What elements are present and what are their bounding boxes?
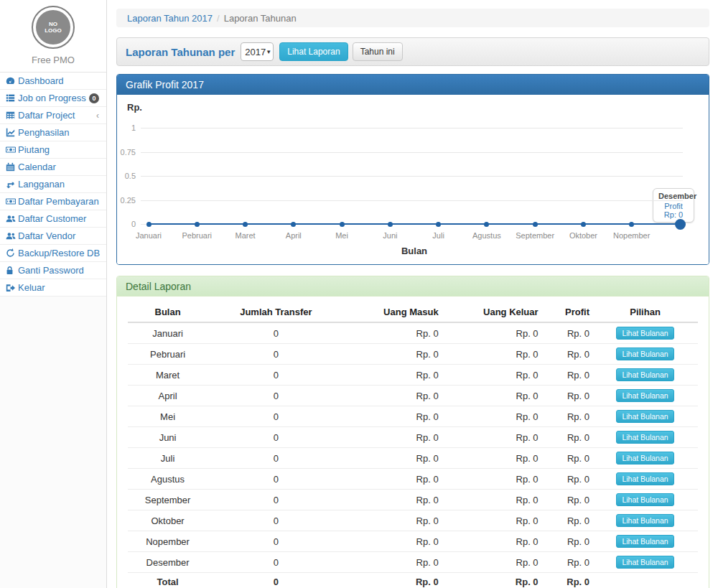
cell-bulan: April [128,386,208,406]
tooltip-title: Desember [658,192,689,200]
cell-uang-keluar: Rp. 0 [442,427,541,448]
cell-uang-masuk: Rp. 0 [345,344,442,365]
total-profit: Rp. 0 [541,573,592,588]
cell-uang-keluar: Rp. 0 [442,552,541,573]
sidebar-item-daftar-pembayaran[interactable]: Daftar Pembayaran [0,193,106,210]
data-point[interactable] [243,222,248,227]
sidebar-item-label: Daftar Project [18,110,75,121]
data-point[interactable] [195,222,200,227]
column-header-profit: Profit [541,302,592,322]
cell-pilihan: Lihat Bulanan [592,344,698,365]
tahun-ini-button[interactable]: Tahun ini [353,42,403,61]
lihat-bulanan-button[interactable]: Lihat Bulanan [616,327,673,340]
sidebar-item-ganti-password[interactable]: Ganti Password [0,262,106,279]
chart-panel-title: Grafik Profit 2017 [117,75,709,95]
sidebar-item-langganan[interactable]: Langganan [0,176,106,193]
data-point[interactable] [388,222,393,227]
sidebar-item-piutang[interactable]: Piutang [0,141,106,159]
cell-profit: Rp. 0 [541,406,592,427]
cell-pilihan: Lihat Bulanan [592,448,698,469]
lihat-bulanan-button[interactable]: Lihat Bulanan [616,389,673,402]
total-jumlah-transfer: 0 [208,573,345,588]
profit-series-line [149,223,680,225]
data-point[interactable] [291,222,296,227]
data-point[interactable] [533,222,538,227]
lihat-bulanan-button[interactable]: Lihat Bulanan [616,410,673,423]
x-tick-label: Oktober [569,231,597,240]
sidebar-item-dashboard[interactable]: Dashboard [0,73,106,90]
cell-profit: Rp. 0 [541,322,592,344]
sidebar-item-label: Langganan [18,179,65,190]
lihat-bulanan-button[interactable]: Lihat Bulanan [616,431,673,444]
cell-jumlah-transfer: 0 [208,531,345,552]
cell-uang-masuk: Rp. 0 [345,427,442,448]
lihat-bulanan-button[interactable]: Lihat Bulanan [616,514,673,527]
main-content: Laporan Tahun 2017/Laporan Tahunan Lapor… [107,0,718,588]
table-row: September0Rp. 0Rp. 0Rp. 0Lihat Bulanan [128,490,698,510]
table-row: Juni0Rp. 0Rp. 0Rp. 0Lihat Bulanan [128,427,698,448]
filter-label: Laporan Tahunan per [126,46,235,58]
lock-icon [6,266,18,275]
no-logo-seal-icon: NO LOGO [36,10,70,45]
lihat-bulanan-button[interactable]: Lihat Bulanan [616,535,673,548]
detail-report-panel: Detail Laporan BulanJumlah TransferUang … [116,276,709,588]
lihat-laporan-button[interactable]: Lihat Laporan [279,42,348,61]
profit-line-chart: Rp. Desember Profit Rp: 0 Bulan 10.750.5… [117,95,709,264]
table-row: Agustus0Rp. 0Rp. 0Rp. 0Lihat Bulanan [128,469,698,490]
line-chart-icon [6,128,18,137]
data-point[interactable] [436,222,441,227]
lihat-bulanan-button[interactable]: Lihat Bulanan [616,493,673,506]
logo-block: NO LOGO Free PMO [0,0,106,72]
column-header-uang-keluar: Uang Keluar [442,302,541,322]
breadcrumb: Laporan Tahun 2017/Laporan Tahunan [116,9,709,27]
y-axis-title: Rp. [127,102,142,113]
sidebar-item-daftar-vendor[interactable]: Daftar Vendor [0,228,106,245]
money-icon [6,145,18,154]
sidebar-item-penghasilan[interactable]: Penghasilan [0,124,106,141]
chevron-down-icon: ▼ [266,49,271,55]
data-point[interactable] [146,222,151,227]
data-point[interactable] [340,222,345,227]
cell-pilihan: Lihat Bulanan [592,427,698,448]
cell-uang-masuk: Rp. 0 [345,490,442,510]
cell-bulan: Mei [128,406,208,427]
cell-jumlah-transfer: 0 [208,510,345,531]
column-header-uang-masuk: Uang Masuk [345,302,442,322]
breadcrumb-link-laporan-tahun[interactable]: Laporan Tahun 2017 [127,13,213,24]
sidebar-item-daftar-customer[interactable]: Daftar Customer [0,210,106,228]
x-tick-label: Januari [136,231,162,240]
cell-pilihan: Lihat Bulanan [592,386,698,406]
lihat-bulanan-button[interactable]: Lihat Bulanan [616,556,673,569]
sidebar-item-daftar-project[interactable]: Daftar Project‹ [0,107,106,124]
data-point[interactable] [629,222,634,227]
logo-text: NO LOGO [45,21,62,34]
lihat-bulanan-button[interactable]: Lihat Bulanan [616,452,673,465]
sidebar-item-keluar[interactable]: Keluar [0,279,106,297]
column-header-jumlah-transfer: Jumlah Transfer [208,302,345,322]
sidebar-item-calendar[interactable]: Calendar [0,159,106,176]
lihat-bulanan-button[interactable]: Lihat Bulanan [616,347,673,360]
cell-bulan: Agustus [128,469,208,490]
users-icon [6,215,18,223]
cell-pilihan: Lihat Bulanan [592,322,698,344]
data-point[interactable] [484,222,489,227]
data-point[interactable] [581,222,586,227]
chevron-left-icon: ‹ [96,111,99,121]
cell-profit: Rp. 0 [541,510,592,531]
breadcrumb-current: Laporan Tahunan [224,13,297,24]
year-select[interactable]: 2017 ▼ [241,42,274,61]
lihat-bulanan-button[interactable]: Lihat Bulanan [616,472,673,485]
cell-bulan: September [128,490,208,510]
sidebar-item-backup-restore-db[interactable]: Backup/Restore DB [0,245,106,262]
money-icon [6,197,18,206]
profit-chart-panel: Grafik Profit 2017 Rp. Desember Profit R… [116,74,709,265]
cell-uang-keluar: Rp. 0 [442,406,541,427]
year-select-value: 2017 [245,47,266,57]
sidebar-item-label: Calendar [18,162,56,172]
table-row: Nopember0Rp. 0Rp. 0Rp. 0Lihat Bulanan [128,531,698,552]
sidebar-item-job-on-progress[interactable]: Job on Progress0 [0,90,106,107]
data-point-hovered[interactable] [675,219,686,230]
lihat-bulanan-button[interactable]: Lihat Bulanan [616,368,673,381]
cell-bulan: Juni [128,427,208,448]
cell-profit: Rp. 0 [541,552,592,573]
